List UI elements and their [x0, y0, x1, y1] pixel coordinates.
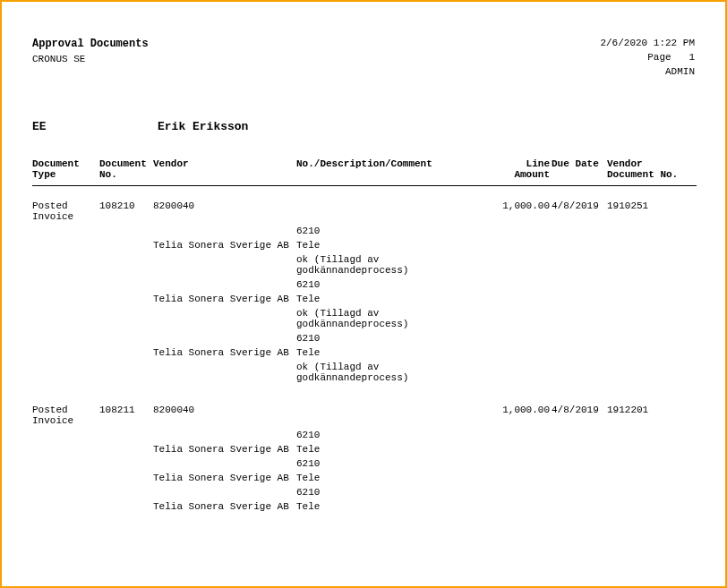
line-code-cell: 6210: [296, 485, 489, 499]
col-desc: No./Description/Comment: [296, 158, 489, 186]
line-amount-cell: 1,000.00: [489, 199, 552, 224]
report-title: Approval Documents: [32, 38, 149, 50]
line-code-row: 6210: [32, 456, 697, 471]
line-desc-row: Telia Sonera Sverige ABTele: [32, 292, 697, 306]
doc-no-cell: 108210: [99, 199, 153, 224]
report-header: Approval Documents CRONUS SE 2/6/2020 1:…: [32, 38, 695, 77]
line-comment-row: ok (Tillagd av godkännandeprocess): [32, 252, 697, 277]
doc-type-cell: Posted Invoice: [32, 199, 99, 224]
line-desc-row: Telia Sonera Sverige ABTele: [32, 238, 697, 252]
line-code-cell: 6210: [296, 456, 489, 471]
line-desc-cell: Tele: [296, 499, 489, 514]
vendor-doc-no-cell: 1910251: [607, 199, 697, 224]
col-line-amount: Line Amount: [489, 158, 552, 186]
line-desc-cell: Tele: [296, 238, 489, 252]
line-code-row: 6210: [32, 428, 697, 442]
line-comment-cell: ok (Tillagd av godkännandeprocess): [296, 360, 489, 385]
line-code-row: 6210: [32, 331, 697, 345]
line-desc-cell: Tele: [296, 442, 489, 456]
print-user: ADMIN: [600, 66, 695, 77]
line-desc-cell: Tele: [296, 345, 489, 360]
approver-name: Erik Eriksson: [158, 120, 248, 133]
line-amount-cell: 1,000.00: [489, 403, 552, 428]
line-comment-cell: ok (Tillagd av godkännandeprocess): [296, 306, 489, 331]
page-number: Page 1: [600, 52, 695, 63]
report-table: Document Type Document No. Vendor No./De…: [32, 158, 697, 514]
due-date-cell: 4/8/2019: [552, 199, 607, 224]
line-comment-row: ok (Tillagd av godkännandeprocess): [32, 306, 697, 331]
vendor-no-cell: 8200040: [153, 199, 296, 224]
vendor-no-cell: 8200040: [153, 403, 296, 428]
document-row: Posted Invoice10821082000401,000.004/8/2…: [32, 199, 697, 224]
line-comment-row: ok (Tillagd av godkännandeprocess): [32, 360, 697, 385]
line-desc-row: Telia Sonera Sverige ABTele: [32, 345, 697, 360]
column-header-row: Document Type Document No. Vendor No./De…: [32, 158, 697, 186]
line-code-row: 6210: [32, 224, 697, 238]
report-page: Approval Documents CRONUS SE 2/6/2020 1:…: [0, 0, 727, 588]
line-comment-cell: ok (Tillagd av godkännandeprocess): [296, 252, 489, 277]
col-vendor-doc-no: Vendor Document No.: [607, 158, 697, 186]
line-code-row: 6210: [32, 277, 697, 292]
doc-no-cell: 108211: [99, 403, 153, 428]
line-code-cell: 6210: [296, 224, 489, 238]
line-desc-row: Telia Sonera Sverige ABTele: [32, 442, 697, 456]
vendor-name-cell: Telia Sonera Sverige AB: [153, 442, 296, 456]
col-doc-type: Document Type: [32, 158, 99, 186]
col-vendor: Vendor: [153, 158, 296, 186]
company-name: CRONUS SE: [32, 54, 149, 64]
due-date-cell: 4/8/2019: [552, 403, 607, 428]
vendor-name-cell: Telia Sonera Sverige AB: [153, 292, 296, 306]
line-code-cell: 6210: [296, 277, 489, 292]
col-due-date: Due Date: [552, 158, 607, 186]
vendor-doc-no-cell: 1912201: [607, 403, 697, 428]
line-desc-row: Telia Sonera Sverige ABTele: [32, 499, 697, 514]
vendor-name-cell: Telia Sonera Sverige AB: [153, 238, 296, 252]
line-desc-cell: Tele: [296, 471, 489, 485]
vendor-name-cell: Telia Sonera Sverige AB: [153, 345, 296, 360]
print-timestamp: 2/6/2020 1:22 PM: [600, 38, 695, 48]
line-desc-cell: Tele: [296, 292, 489, 306]
vendor-name-cell: Telia Sonera Sverige AB: [153, 499, 296, 514]
vendor-name-cell: Telia Sonera Sverige AB: [153, 471, 296, 485]
approver-row: EE Erik Eriksson: [32, 120, 695, 133]
line-desc-row: Telia Sonera Sverige ABTele: [32, 471, 697, 485]
line-code-row: 6210: [32, 485, 697, 499]
approver-id: EE: [32, 120, 158, 133]
line-code-cell: 6210: [296, 331, 489, 345]
doc-type-cell: Posted Invoice: [32, 403, 99, 428]
document-row: Posted Invoice10821182000401,000.004/8/2…: [32, 403, 697, 428]
line-code-cell: 6210: [296, 428, 489, 442]
col-doc-no: Document No.: [99, 158, 153, 186]
